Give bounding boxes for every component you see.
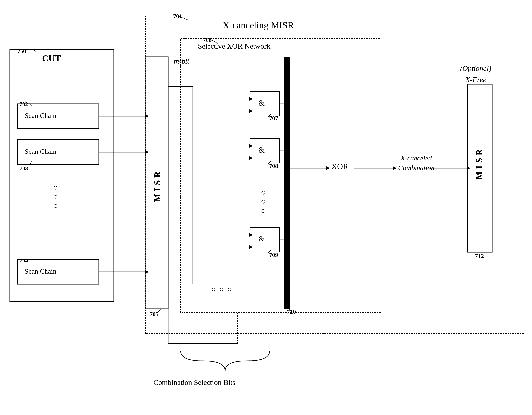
svg-marker-23 (249, 109, 253, 113)
svg-rect-2 (10, 49, 114, 302)
sel-dots: ○ ○ ○ (211, 285, 232, 293)
svg-marker-37 (284, 238, 288, 241)
xor-label: XOR (331, 162, 348, 171)
svg-rect-8 (250, 138, 279, 163)
xcancel-misr-label: X-canceling MISR (223, 20, 294, 31)
ref-704: 704 (19, 257, 28, 264)
ref-707: 707 (269, 115, 278, 122)
svg-marker-35 (249, 245, 253, 249)
ref-709: 709 (269, 252, 278, 258)
ref-705: 705 (150, 311, 159, 318)
svg-rect-7 (250, 91, 279, 116)
svg-line-53 (30, 259, 32, 262)
ref-703: 703 (19, 165, 28, 172)
svg-marker-17 (145, 270, 149, 274)
scan-chain-1-label: Scan Chain (25, 112, 56, 120)
ref-710: 710 (287, 308, 296, 315)
svg-marker-13 (145, 114, 149, 118)
ref-750: 750 (17, 48, 26, 55)
svg-line-52 (30, 161, 32, 165)
svg-marker-33 (249, 233, 253, 237)
svg-marker-41 (393, 166, 397, 170)
svg-marker-27 (249, 144, 253, 148)
cut-label: CUT (42, 53, 61, 64)
xfree-label: X-Free (465, 75, 486, 84)
scan-chain-3-label: Scan Chain (25, 267, 56, 275)
ref-706: 706 (203, 37, 212, 43)
ref-712: 712 (475, 253, 484, 259)
misr-right-label: MISR (468, 129, 490, 198)
ref-708: 708 (269, 163, 278, 169)
mbit-label: m-bit (174, 57, 189, 65)
svg-marker-21 (249, 97, 253, 101)
svg-marker-25 (284, 102, 288, 106)
misr-main-label: MISR (147, 148, 167, 222)
and-gate-2-label: & (258, 145, 265, 154)
svg-marker-29 (249, 156, 253, 160)
ref-701: 701 (173, 13, 182, 20)
optional-label: (Optional) (460, 64, 491, 73)
combination-selection-bits-label: Combination Selection Bits (153, 378, 235, 387)
svg-marker-39 (326, 166, 330, 170)
diagram-container: X-canceling MISR Selective XOR Network C… (0, 0, 532, 415)
svg-rect-0 (145, 15, 524, 334)
ref-702: 702 (19, 101, 28, 108)
svg-rect-1 (181, 38, 381, 313)
selective-xor-label: Selective XOR Network (198, 42, 270, 50)
svg-line-50 (32, 49, 37, 52)
xcanceled-label: X-canceled Combination (398, 153, 434, 173)
scan-chain-2-label: Scan Chain (25, 148, 56, 155)
svg-rect-9 (250, 227, 279, 252)
and-dots: ○○○ (261, 188, 267, 215)
svg-rect-10 (284, 57, 290, 309)
svg-marker-31 (284, 149, 288, 153)
and-gate-3-label: & (258, 234, 265, 243)
cut-dots: ○○○ (53, 183, 58, 210)
svg-line-51 (30, 103, 32, 106)
and-gate-1-label: & (258, 98, 265, 108)
